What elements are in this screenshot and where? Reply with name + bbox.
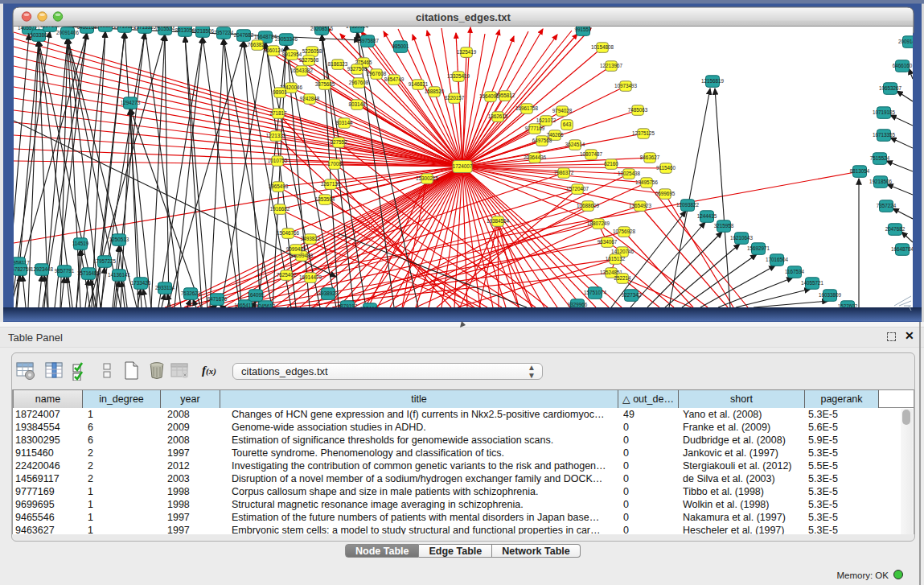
svg-text:15300215: 15300215 <box>416 175 439 181</box>
svg-text:991557: 991557 <box>574 27 592 32</box>
svg-text:7625402: 7625402 <box>277 272 297 278</box>
svg-text:7357224: 7357224 <box>877 203 897 208</box>
svg-text:985001: 985001 <box>392 43 409 49</box>
svg-text:6466160: 6466160 <box>893 63 913 68</box>
svg-text:3624514: 3624514 <box>565 142 585 147</box>
svg-text:13975887: 13975887 <box>356 38 380 43</box>
svg-text:9099489: 9099489 <box>286 246 306 252</box>
svg-text:3493822: 3493822 <box>301 236 321 241</box>
svg-text:9634067: 9634067 <box>598 239 618 245</box>
svg-text:8471676: 8471676 <box>207 296 228 302</box>
svg-text:20091406: 20091406 <box>56 30 80 35</box>
svg-text:1294273: 1294273 <box>121 100 141 105</box>
svg-text:10807487: 10807487 <box>580 151 603 157</box>
svg-text:10756928: 10756928 <box>613 229 636 234</box>
svg-text:15720407: 15720407 <box>566 186 589 192</box>
svg-text:9227342: 9227342 <box>622 292 642 298</box>
svg-text:7357224: 7357224 <box>214 30 234 35</box>
svg-text:14120746: 14120746 <box>611 249 634 254</box>
svg-text:16961758: 16961758 <box>515 105 539 111</box>
svg-text:12375125: 12375125 <box>632 130 655 136</box>
svg-text:8454749: 8454749 <box>384 76 405 82</box>
svg-text:0699695: 0699695 <box>655 191 676 196</box>
svg-text:10025438: 10025438 <box>618 171 641 176</box>
svg-text:16648784: 16648784 <box>254 34 277 39</box>
svg-text:18807249: 18807249 <box>587 220 610 226</box>
svg-text:1733426: 1733426 <box>131 280 151 286</box>
svg-text:12213967: 12213967 <box>600 63 623 68</box>
svg-text:19218506: 19218506 <box>191 28 215 34</box>
svg-text:7515524: 7515524 <box>870 155 890 161</box>
svg-text:927552: 927552 <box>330 139 347 145</box>
svg-text:1965493: 1965493 <box>269 183 289 189</box>
svg-text:15046766: 15046766 <box>277 230 300 236</box>
svg-text:16648784: 16648784 <box>891 246 914 252</box>
svg-text:20364436: 20364436 <box>524 154 547 160</box>
svg-text:2967608: 2967608 <box>367 71 387 76</box>
svg-text:16543382: 16543382 <box>290 68 314 73</box>
svg-text:29053346: 29053346 <box>275 36 298 42</box>
svg-text:10973493: 10973493 <box>614 83 638 89</box>
svg-text:13654923: 13654923 <box>629 203 652 208</box>
svg-text:252214: 252214 <box>614 275 631 281</box>
svg-text:3215958: 3215958 <box>714 223 734 229</box>
svg-text:1362615: 1362615 <box>488 113 508 119</box>
svg-text:9857791: 9857791 <box>55 268 75 274</box>
svg-text:1724007: 1724007 <box>453 163 473 169</box>
svg-text:10719185: 10719185 <box>873 109 896 115</box>
svg-text:1615132: 1615132 <box>606 256 626 262</box>
svg-text:10654112: 10654112 <box>234 303 257 308</box>
svg-text:14055721: 14055721 <box>801 280 824 286</box>
svg-text:17016504: 17016504 <box>766 257 789 262</box>
svg-text:9242848: 9242848 <box>300 96 320 101</box>
svg-text:6497568: 6497568 <box>532 138 552 143</box>
svg-text:1250513: 1250513 <box>109 237 129 242</box>
svg-text:114519: 114519 <box>72 241 89 246</box>
svg-text:8912954: 8912954 <box>282 51 302 57</box>
svg-text:16914479: 16914479 <box>299 274 322 280</box>
svg-text:10154808: 10154808 <box>591 44 614 50</box>
svg-text:8463627: 8463627 <box>640 154 660 160</box>
svg-text:5226058: 5226058 <box>302 48 322 54</box>
svg-text:15751074: 15751074 <box>584 290 607 295</box>
svg-text:3267130: 3267130 <box>321 181 341 187</box>
svg-text:8813054: 8813054 <box>850 168 870 174</box>
svg-text:16033809: 16033809 <box>27 32 51 38</box>
svg-text:3875685: 3875685 <box>315 81 335 87</box>
svg-text:12156819: 12156819 <box>701 78 725 84</box>
svg-text:13325419: 13325419 <box>447 73 470 79</box>
svg-text:14136141: 14136141 <box>108 272 131 278</box>
svg-text:8660124: 8660124 <box>264 47 284 53</box>
svg-text:1588520: 1588520 <box>425 89 445 94</box>
svg-text:7955812: 7955812 <box>495 93 515 98</box>
svg-text:2933114: 2933114 <box>155 285 175 290</box>
svg-text:164095: 164095 <box>247 292 265 298</box>
svg-text:8220157: 8220157 <box>445 95 465 101</box>
svg-text:8938928: 8938928 <box>318 290 339 296</box>
svg-text:7986372: 7986372 <box>554 170 574 175</box>
svg-text:9115460: 9115460 <box>656 165 676 171</box>
svg-text:10653267: 10653267 <box>879 85 902 91</box>
svg-text:1221333: 1221333 <box>266 133 286 138</box>
svg-text:803144: 803144 <box>335 120 353 126</box>
svg-text:62160: 62160 <box>604 161 618 167</box>
svg-text:1353594: 1353594 <box>315 196 335 202</box>
svg-text:746266: 746266 <box>546 132 564 138</box>
svg-text:16713355: 16713355 <box>873 132 896 138</box>
svg-text:8186323: 8186323 <box>328 61 348 67</box>
svg-text:9327508: 9327508 <box>347 66 368 72</box>
svg-text:2047682: 2047682 <box>234 32 254 38</box>
svg-text:12093822: 12093822 <box>676 202 700 208</box>
svg-text:16210643: 16210643 <box>730 235 754 241</box>
svg-text:1244415: 1244415 <box>697 213 717 219</box>
svg-text:7515524: 7515524 <box>155 26 175 31</box>
svg-text:1916682: 1916682 <box>270 206 290 212</box>
svg-text:17008: 17008 <box>327 161 342 167</box>
svg-text:13495756: 13495756 <box>635 179 659 185</box>
svg-text:2047682: 2047682 <box>885 226 906 232</box>
svg-text:2967608: 2967608 <box>349 80 369 85</box>
svg-text:16033809: 16033809 <box>819 292 842 298</box>
svg-text:19384554: 19384554 <box>487 218 510 224</box>
svg-text:98901: 98901 <box>273 89 287 95</box>
svg-text:15692971: 15692971 <box>747 245 770 251</box>
